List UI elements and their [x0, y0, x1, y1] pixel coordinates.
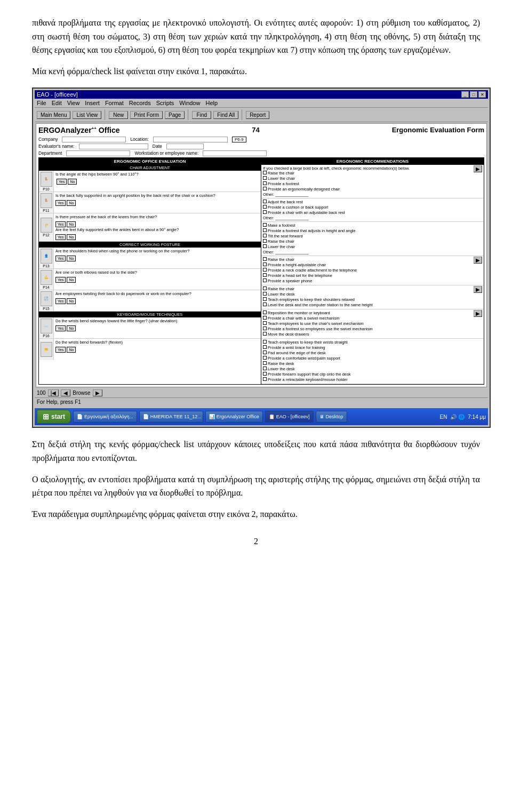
date-field[interactable] — [166, 144, 204, 149]
taskbar-item-5[interactable]: 🖥 Desktop — [316, 411, 347, 423]
company-field[interactable] — [62, 137, 126, 142]
cb-p12-5[interactable] — [263, 244, 267, 248]
cb-p16-2[interactable] — [263, 345, 267, 349]
menu-records[interactable]: Records — [129, 100, 151, 106]
evaluator-field[interactable] — [79, 144, 148, 149]
start-button[interactable]: ⊞ start — [37, 410, 71, 424]
yes-box-p16[interactable]: Yes — [55, 325, 66, 331]
cb-p13-5[interactable] — [263, 278, 267, 282]
menu-edit[interactable]: Edit — [52, 100, 62, 106]
cb-p13-1[interactable] — [263, 257, 267, 261]
cb-p10-1[interactable] — [263, 171, 267, 174]
cb-p13-2[interactable] — [263, 262, 267, 266]
no-box-p14[interactable]: No — [67, 277, 76, 283]
close-button[interactable]: ✕ — [478, 91, 486, 98]
row-question-p16: Do the wrists bend sideways toward the l… — [55, 319, 259, 324]
cb-p14-2[interactable] — [263, 292, 267, 296]
cb-p16-7[interactable] — [263, 372, 267, 376]
menu-file[interactable]: File — [37, 100, 46, 106]
location-field[interactable] — [153, 137, 228, 142]
menu-help[interactable]: Help — [205, 100, 218, 106]
yes-box-p13[interactable]: Yes — [55, 256, 66, 261]
cb-p12-1[interactable] — [263, 223, 267, 227]
yes-box-p15[interactable]: Yes — [55, 298, 66, 304]
no-box-p15[interactable]: No — [67, 298, 76, 304]
menu-scripts[interactable]: Scripts — [156, 100, 174, 106]
yes-box-p14[interactable]: Yes — [55, 277, 66, 283]
toolbar-page[interactable]: Page — [165, 111, 185, 119]
toolbar-main-menu[interactable]: Main Menu — [37, 111, 70, 119]
yes-box-p10[interactable]: Yes — [57, 179, 67, 185]
toolbar-list-view[interactable]: List View — [73, 111, 101, 119]
browse-prev[interactable]: ◀ — [61, 389, 70, 396]
browse-bar: 100 |◀ ◀ Browse ▶ — [35, 388, 488, 397]
cb-p11-3[interactable] — [263, 210, 267, 214]
minimize-button[interactable]: _ — [461, 91, 469, 98]
cb-p15-2[interactable] — [263, 316, 267, 320]
cb-p12-2[interactable] — [263, 228, 267, 232]
form-number: 74 — [252, 126, 259, 134]
toolbar-report[interactable]: Report — [246, 111, 269, 119]
cb-p14-4[interactable] — [263, 302, 267, 306]
menu-insert[interactable]: Insert — [85, 100, 100, 106]
taskbar-item-3[interactable]: 📊 ErgoAnalyzer Office — [205, 411, 263, 423]
yes-box-p12b[interactable]: Yes — [55, 234, 66, 240]
cb-p10-2[interactable] — [263, 176, 267, 180]
yes-box-p12a[interactable]: Yes — [55, 221, 66, 227]
cb-p14-1[interactable] — [263, 286, 267, 290]
arrow-right-p14[interactable]: ▶ — [474, 286, 482, 292]
toolbar-print-form[interactable]: Print Form — [130, 111, 163, 119]
yes-box-p11[interactable]: Yes — [55, 200, 66, 206]
taskbar-item-1[interactable]: 📄 Εργονομική αξιολόγη... — [73, 411, 137, 423]
cb-p13-3[interactable] — [263, 268, 267, 272]
no-box-p16[interactable]: No — [67, 325, 76, 331]
cb-p13-4[interactable] — [263, 273, 267, 277]
cb-p15-3[interactable] — [263, 321, 267, 325]
cb-p10-3[interactable] — [263, 181, 267, 185]
row-img-p11: 🪑 P11 — [39, 192, 54, 213]
menu-view[interactable]: View — [67, 100, 80, 106]
window-controls[interactable]: _ □ ✕ — [461, 91, 486, 98]
cb-p10-4[interactable] — [263, 187, 267, 190]
workstation-field[interactable] — [203, 150, 267, 156]
no-box-p12a[interactable]: No — [67, 221, 76, 227]
taskbar-item-2[interactable]: 📄 HMERIDA TEE 11_12... — [139, 411, 203, 423]
cb-p16-6[interactable] — [263, 367, 267, 370]
department-field[interactable] — [66, 150, 130, 156]
browse-next[interactable]: ▶ — [93, 389, 102, 396]
row-img-p12: 🦵 P12 — [39, 213, 54, 241]
yes-box-p17[interactable]: Yes — [55, 347, 66, 353]
menu-window[interactable]: Window — [179, 100, 200, 106]
cb-p14-3[interactable] — [263, 297, 267, 301]
rec-lower-chair-p10: Lower the chair — [263, 176, 482, 181]
cb-p12-4[interactable] — [263, 239, 267, 243]
cb-p16-5[interactable] — [263, 361, 267, 365]
cb-p12-3[interactable] — [263, 234, 267, 237]
toolbar-find-all[interactable]: Find All — [213, 111, 238, 119]
no-box-p10[interactable]: No — [68, 179, 77, 185]
cb-p16-8[interactable] — [263, 377, 267, 381]
arrow-right-p13[interactable]: ▶ — [474, 257, 482, 263]
arrow-right-p15[interactable]: ▶ — [474, 311, 482, 316]
taskbar-item-4[interactable]: 📋 EAO - [officeev] — [265, 411, 314, 423]
cb-p15-4[interactable] — [263, 327, 267, 330]
cb-p16-1[interactable] — [263, 340, 267, 344]
arrow-right-p10[interactable]: ▶ — [474, 166, 482, 172]
cb-p15-1[interactable] — [263, 311, 267, 314]
no-box-p12b[interactable]: No — [67, 234, 76, 240]
right-row-p11: Adjust the back rest Provide a cushion o… — [261, 198, 484, 222]
toolbar-find[interactable]: Find — [192, 111, 211, 119]
cb-p15-5[interactable] — [263, 332, 267, 336]
cb-p11-2[interactable] — [263, 205, 267, 209]
toolbar-new[interactable]: New — [109, 111, 128, 119]
no-box-p13[interactable]: No — [67, 256, 76, 261]
browse-first[interactable]: |◀ — [48, 389, 59, 396]
maximize-button[interactable]: □ — [470, 91, 477, 98]
no-box-p17[interactable]: No — [67, 347, 76, 353]
tray-icons: 🔊 🌐 — [450, 414, 465, 420]
no-box-p11[interactable]: No — [67, 200, 76, 206]
menu-format[interactable]: Format — [105, 100, 124, 106]
cb-p11-1[interactable] — [263, 200, 267, 203]
cb-p16-4[interactable] — [263, 356, 267, 360]
cb-p16-3[interactable] — [263, 351, 267, 354]
